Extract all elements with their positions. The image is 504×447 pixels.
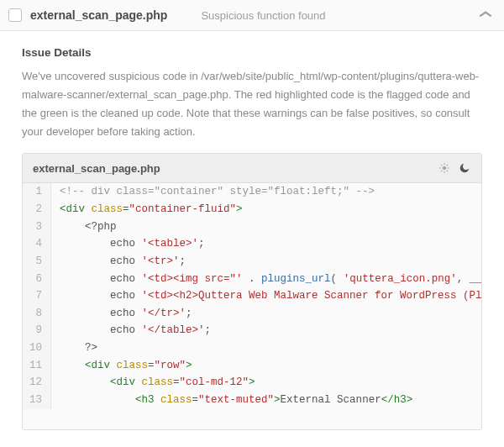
- line-code: echo '<td><h2>Quttera Web Malware Scanne…: [51, 287, 481, 305]
- line-number: 10: [23, 339, 51, 357]
- line-number: 6: [23, 271, 51, 288]
- svg-line-6: [447, 171, 448, 171]
- collapse-chevron-icon[interactable]: [479, 8, 493, 22]
- code-line: 2<div class="container-fluid">: [23, 201, 481, 218]
- code-scroll-area[interactable]: 1<!-- div class="container" style="float…: [23, 183, 481, 429]
- light-theme-icon[interactable]: [438, 161, 451, 175]
- line-code: <div class="container-fluid">: [51, 201, 481, 218]
- code-line: 8 echo '</tr>';: [23, 305, 481, 323]
- line-code: echo '<table>';: [51, 235, 481, 253]
- code-line: 13 <h3 class="text-muted">External Scann…: [23, 392, 481, 409]
- issue-details-section: Issue Details We've uncovered suspicious…: [0, 31, 504, 153]
- line-number: 13: [23, 392, 51, 409]
- line-code: echo '</table>';: [51, 322, 481, 339]
- line-code: echo '<tr>';: [51, 253, 481, 271]
- code-header: external_scan_page.php: [23, 154, 481, 183]
- line-number: 1: [23, 183, 51, 201]
- code-line: 5 echo '<tr>';: [23, 253, 481, 271]
- line-code: ?>: [51, 339, 481, 357]
- line-number: 9: [23, 322, 51, 339]
- svg-line-5: [441, 165, 442, 166]
- line-code: echo '</tr>';: [51, 305, 481, 323]
- code-table: 1<!-- div class="container" style="float…: [23, 183, 481, 408]
- line-code: <h3 class="text-muted">External Scanner<…: [51, 392, 481, 409]
- code-filename: external_scan_page.php: [33, 162, 431, 175]
- code-line: 9 echo '</table>';: [23, 322, 481, 339]
- svg-line-7: [441, 171, 442, 171]
- line-number: 4: [23, 235, 51, 253]
- code-line: 4 echo '<table>';: [23, 235, 481, 253]
- code-line: 10 ?>: [23, 339, 481, 357]
- header-filename: external_scan_page.php: [30, 8, 167, 22]
- details-body-text: We've uncovered suspicious code in /var/…: [22, 67, 482, 141]
- line-number: 2: [23, 201, 51, 218]
- line-number: 7: [23, 287, 51, 305]
- details-heading: Issue Details: [22, 46, 482, 59]
- code-line: 3 <?php: [23, 218, 481, 236]
- line-number: 5: [23, 253, 51, 271]
- select-checkbox[interactable]: [8, 8, 22, 22]
- line-number: 11: [23, 357, 51, 375]
- line-code: <!-- div class="container" style="float:…: [51, 183, 481, 201]
- header-status: Suspicious function found: [201, 9, 472, 22]
- line-code: <div class="col-md-12">: [51, 374, 481, 392]
- line-number: 12: [23, 374, 51, 392]
- code-line: 12 <div class="col-md-12">: [23, 374, 481, 392]
- line-code: <?php: [51, 218, 481, 236]
- code-viewer: external_scan_page.php 1<!-- div class="…: [22, 153, 482, 430]
- line-number: 8: [23, 305, 51, 323]
- code-line: 1<!-- div class="container" style="float…: [23, 183, 481, 201]
- line-code: <div class="row">: [51, 357, 481, 375]
- line-code: echo '<td><img src="' . plugins_url( 'qu…: [51, 271, 481, 288]
- code-line: 11 <div class="row">: [23, 357, 481, 375]
- svg-line-8: [447, 165, 448, 166]
- code-line: 7 echo '<td><h2>Quttera Web Malware Scan…: [23, 287, 481, 305]
- dark-theme-icon[interactable]: [458, 161, 471, 175]
- issue-header[interactable]: external_scan_page.php Suspicious functi…: [0, 0, 504, 31]
- svg-point-0: [443, 166, 447, 171]
- code-line: 6 echo '<td><img src="' . plugins_url( '…: [23, 271, 481, 288]
- line-number: 3: [23, 218, 51, 236]
